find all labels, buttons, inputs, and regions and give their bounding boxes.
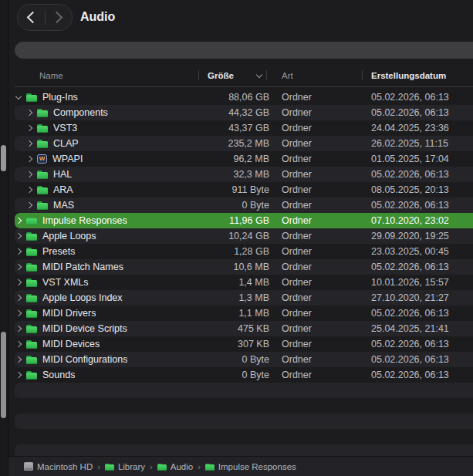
folder-icon <box>105 463 114 471</box>
file-kind: Ordner <box>269 339 365 349</box>
path-item[interactable]: Library <box>105 462 145 471</box>
file-row-components[interactable]: Components44,32 GBOrdner05.02.2026, 06:1… <box>15 105 473 120</box>
disk-icon <box>24 462 33 471</box>
file-name: Presets <box>42 246 75 257</box>
file-name: Plug-Ins <box>42 92 78 103</box>
file-size: 0 Byte <box>201 354 269 365</box>
path-bar-items: Macintosh HD›Library›Audio›Impulse Respo… <box>24 462 296 471</box>
file-row-midi-device-scripts[interactable]: MIDI Device Scripts475 KBOrdner25.04.202… <box>15 321 473 336</box>
file-size: 911 Byte <box>201 184 269 195</box>
file-row-apple-loops-index[interactable]: Apple Loops Index1,3 MBOrdner27.10.2020,… <box>15 290 473 306</box>
disclosure-collapsed-icon[interactable] <box>15 248 22 255</box>
file-created: 10.01.2026, 15:57 <box>365 277 473 288</box>
disclosure-collapsed-icon[interactable] <box>26 140 32 147</box>
disclosure-collapsed-icon[interactable] <box>15 218 22 224</box>
file-size: 10,6 MB <box>201 262 269 272</box>
column-header-created[interactable]: Erstellungsdatum <box>365 65 473 86</box>
folder-icon <box>26 293 37 302</box>
column-header-name[interactable]: Name <box>15 65 201 86</box>
path-item[interactable]: Audio <box>157 462 193 471</box>
empty-row <box>15 414 473 429</box>
file-row-clap[interactable]: CLAP235,2 MBOrdner26.02.2025, 11:15 <box>15 136 473 151</box>
file-row-midi-devices[interactable]: MIDI Devices307 KBOrdner05.02.2026, 06:1… <box>15 336 473 352</box>
file-row-plug-ins[interactable]: Plug-Ins88,06 GBOrdner05.02.2026, 06:13 <box>15 89 473 105</box>
file-name: Apple Loops Index <box>42 292 123 303</box>
file-size: 1,1 MB <box>201 308 269 319</box>
empty-row <box>15 429 473 444</box>
disclosure-expanded-icon[interactable] <box>15 93 22 99</box>
folder-icon <box>157 463 167 471</box>
column-header-size[interactable]: Größe <box>201 65 269 86</box>
path-item-label: Macintosh HD <box>37 462 93 471</box>
file-row-apple-loops[interactable]: Apple Loops10,24 GBOrdner29.09.2020, 19:… <box>15 228 473 244</box>
disclosure-collapsed-icon[interactable] <box>15 295 22 301</box>
path-item[interactable]: Impulse Responses <box>205 462 296 471</box>
disclosure-collapsed-icon[interactable] <box>15 279 22 285</box>
path-item[interactable]: Macintosh HD <box>24 462 93 471</box>
forward-icon <box>51 12 63 24</box>
folder-icon <box>26 216 37 225</box>
file-row-midi-patch-names[interactable]: MIDI Patch Names10,6 MBOrdner05.02.2026,… <box>15 259 473 275</box>
disclosure-collapsed-icon[interactable] <box>26 187 32 193</box>
file-kind: Ordner <box>269 123 365 133</box>
file-row-impulse-responses[interactable]: Impulse Responses11,96 GBOrdner07.10.202… <box>15 213 473 228</box>
file-kind: Ordner <box>269 292 365 303</box>
file-size: 43,37 GB <box>201 123 269 133</box>
file-size: 1,28 GB <box>201 246 269 257</box>
file-row-vst-xmls[interactable]: VST XMLs1,4 MBOrdner10.01.2026, 15:57 <box>15 275 473 290</box>
disclosure-collapsed-icon[interactable] <box>26 125 32 131</box>
file-kind: Ordner <box>269 246 365 257</box>
file-row-presets[interactable]: Presets1,28 GBOrdner23.03.2025, 00:45 <box>15 244 473 259</box>
file-kind: Ordner <box>269 107 365 118</box>
disclosure-collapsed-icon[interactable] <box>15 341 22 347</box>
path-item-label: Impulse Responses <box>218 462 296 471</box>
folder-icon <box>26 278 37 287</box>
file-row-mas[interactable]: MAS0 ByteOrdner05.02.2026, 06:13 <box>15 197 473 213</box>
file-name: HAL <box>53 169 72 180</box>
file-kind: Ordner <box>269 184 365 195</box>
file-row-sounds[interactable]: Sounds0 ByteOrdner05.02.2026, 06:13 <box>15 367 473 383</box>
file-row-vst3[interactable]: VST343,37 GBOrdner24.04.2025, 23:36 <box>15 120 473 136</box>
path-separator: › <box>198 462 201 471</box>
disclosure-collapsed-icon[interactable] <box>15 310 22 316</box>
forward-button[interactable] <box>46 5 73 30</box>
back-button[interactable] <box>18 5 45 30</box>
disclosure-collapsed-icon[interactable] <box>15 264 22 270</box>
empty-row <box>15 383 473 398</box>
file-kind: Ordner <box>269 277 365 288</box>
file-created: 05.02.2026, 06:13 <box>365 354 473 365</box>
file-size: 475 KB <box>201 323 269 334</box>
file-row-midi-configurations[interactable]: MIDI Configurations0 ByteOrdner05.02.202… <box>15 352 473 367</box>
sidebar-scrollbar-thumb[interactable] <box>1 145 6 171</box>
disclosure-collapsed-icon[interactable] <box>15 372 22 378</box>
file-name: WPAPI <box>52 154 83 164</box>
file-kind: Ordner <box>269 323 365 334</box>
disclosure-collapsed-icon[interactable] <box>26 202 32 208</box>
file-kind: Ordner <box>269 138 365 149</box>
path-separator: › <box>97 462 100 471</box>
wpapi-folder-icon: W <box>37 154 47 164</box>
disclosure-collapsed-icon[interactable] <box>15 326 22 332</box>
file-created: 05.02.2026, 06:13 <box>365 92 473 103</box>
list-scrollbar-thumb[interactable] <box>1 332 6 418</box>
file-name: MIDI Device Scripts <box>42 323 127 334</box>
file-created: 05.02.2026, 06:13 <box>365 370 473 380</box>
file-row-midi-drivers[interactable]: MIDI Drivers1,1 MBOrdner05.02.2026, 06:1… <box>15 306 473 321</box>
file-kind: Ordner <box>269 354 365 365</box>
disclosure-collapsed-icon[interactable] <box>26 171 32 177</box>
file-row-ara[interactable]: ARA911 ByteOrdner08.05.2025, 20:13 <box>15 182 473 197</box>
file-row-hal[interactable]: HAL32,3 MBOrdner05.02.2026, 06:13 <box>15 167 473 182</box>
disclosure-collapsed-icon[interactable] <box>15 356 22 363</box>
disclosure-collapsed-icon[interactable] <box>26 156 32 162</box>
column-header-kind[interactable]: Art <box>269 65 365 86</box>
file-created: 05.02.2026, 06:13 <box>365 107 473 118</box>
disclosure-collapsed-icon[interactable] <box>26 110 32 116</box>
disclosure-collapsed-icon[interactable] <box>15 233 22 239</box>
file-kind: Ordner <box>269 370 365 380</box>
horizontal-scrollbar-thumb[interactable] <box>15 42 473 59</box>
navigation-buttons <box>17 4 73 31</box>
file-created: 29.09.2020, 19:25 <box>365 231 473 241</box>
column-headers: Name Größe Art Erstellungsdatum <box>15 65 473 87</box>
file-name: MIDI Configurations <box>42 354 127 365</box>
file-row-wpapi[interactable]: WWPAPI96,2 MBOrdner01.05.2025, 17:04 <box>15 151 473 167</box>
